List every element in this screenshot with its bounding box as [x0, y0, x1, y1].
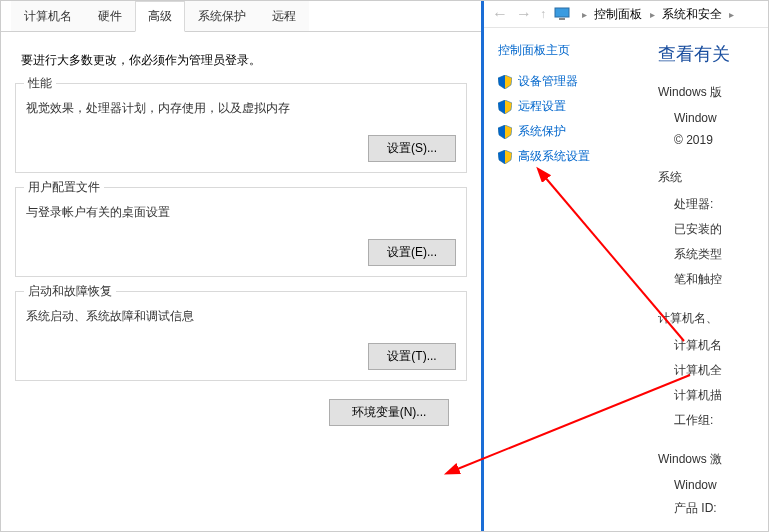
computer-name-label: 计算机名: [658, 337, 768, 354]
link-label: 远程设置: [518, 98, 566, 115]
tab-computer-name[interactable]: 计算机名: [11, 1, 85, 31]
windows-edition-value: Window: [658, 111, 768, 125]
environment-variables-button[interactable]: 环境变量(N)...: [329, 399, 449, 426]
chevron-right-icon: ▸: [729, 9, 734, 20]
product-id-label: 产品 ID:: [658, 500, 768, 517]
workgroup-label: 工作组:: [658, 412, 768, 429]
group-title-startup-recovery: 启动和故障恢复: [24, 283, 116, 300]
nav-bar: ← → ↑ ▸ 控制面板 ▸ 系统和安全 ▸: [484, 1, 768, 28]
settings-button-performance[interactable]: 设置(S)...: [368, 135, 456, 162]
remote-settings-link[interactable]: 远程设置: [498, 98, 638, 115]
cpu-label: 处理器:: [658, 196, 768, 213]
computer-desc-label: 计算机描: [658, 387, 768, 404]
windows-edition-heading: Windows 版: [658, 84, 768, 101]
tab-advanced[interactable]: 高级: [135, 1, 185, 32]
breadcrumb[interactable]: ▸ 控制面板 ▸ 系统和安全 ▸: [578, 6, 738, 23]
device-manager-link[interactable]: 设备管理器: [498, 73, 638, 90]
computer-name-heading: 计算机名、: [658, 310, 768, 327]
shield-icon: [498, 75, 512, 89]
group-startup-recovery: 启动和故障恢复 系统启动、系统故障和调试信息 设置(T)...: [15, 291, 467, 381]
group-desc-performance: 视觉效果，处理器计划，内存使用，以及虚拟内存: [26, 100, 456, 117]
chevron-right-icon: ▸: [582, 9, 587, 20]
info-column: 查看有关 Windows 版 Window © 2019 系统 处理器: 已安装…: [638, 42, 768, 525]
advanced-system-settings-link[interactable]: 高级系统设置: [498, 148, 638, 165]
copyright-text: © 2019: [658, 133, 768, 147]
info-title: 查看有关: [658, 42, 768, 66]
group-desc-startup-recovery: 系统启动、系统故障和调试信息: [26, 308, 456, 325]
shield-icon: [498, 125, 512, 139]
shield-icon: [498, 150, 512, 164]
shield-icon: [498, 100, 512, 114]
nav-forward-icon[interactable]: →: [516, 5, 532, 23]
chevron-right-icon: ▸: [650, 9, 655, 20]
tab-system-protection[interactable]: 系统保护: [185, 1, 259, 31]
pen-touch-label: 笔和触控: [658, 271, 768, 288]
activation-value: Window: [658, 478, 768, 492]
system-protection-link[interactable]: 系统保护: [498, 123, 638, 140]
system-type-label: 系统类型: [658, 246, 768, 263]
breadcrumb-control-panel[interactable]: 控制面板: [594, 7, 642, 21]
group-title-user-profiles: 用户配置文件: [24, 179, 104, 196]
settings-button-user-profiles[interactable]: 设置(E)...: [368, 239, 456, 266]
group-performance: 性能 视觉效果，处理器计划，内存使用，以及虚拟内存 设置(S)...: [15, 83, 467, 173]
link-label: 高级系统设置: [518, 148, 590, 165]
nav-up-icon[interactable]: ↑: [540, 7, 546, 21]
computer-full-name-label: 计算机全: [658, 362, 768, 379]
control-panel-home-link[interactable]: 控制面板主页: [498, 42, 638, 59]
monitor-icon: [554, 7, 570, 21]
intro-text: 要进行大多数更改，你必须作为管理员登录。: [21, 52, 461, 69]
breadcrumb-system-security[interactable]: 系统和安全: [662, 7, 722, 21]
link-label: 设备管理器: [518, 73, 578, 90]
group-desc-user-profiles: 与登录帐户有关的桌面设置: [26, 204, 456, 221]
system-heading: 系统: [658, 169, 768, 186]
group-title-performance: 性能: [24, 75, 56, 92]
activation-heading: Windows 激: [658, 451, 768, 468]
ram-label: 已安装的: [658, 221, 768, 238]
tab-remote[interactable]: 远程: [259, 1, 309, 31]
link-label: 系统保护: [518, 123, 566, 140]
svg-rect-0: [555, 8, 569, 17]
tabs: 计算机名 硬件 高级 系统保护 远程: [1, 1, 481, 32]
svg-rect-1: [559, 18, 565, 20]
settings-button-startup-recovery[interactable]: 设置(T)...: [368, 343, 456, 370]
tab-hardware[interactable]: 硬件: [85, 1, 135, 31]
nav-back-icon[interactable]: ←: [492, 5, 508, 23]
group-user-profiles: 用户配置文件 与登录帐户有关的桌面设置 设置(E)...: [15, 187, 467, 277]
